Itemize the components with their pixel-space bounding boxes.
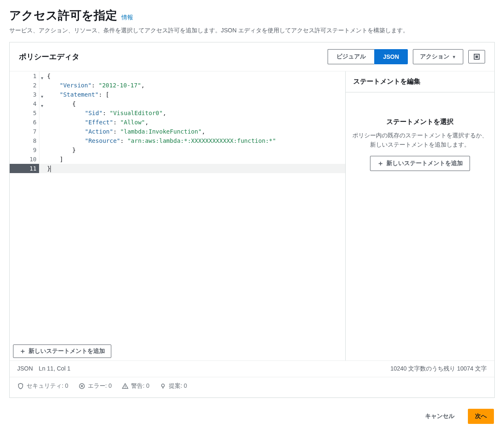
gutter: 10 [10, 155, 39, 164]
view-toggle-visual[interactable]: ビジュアル [328, 49, 374, 64]
code-line[interactable]: 2"Version": "2012-10-17", [10, 81, 345, 90]
actions-dropdown-label: アクション [420, 53, 449, 60]
fold-toggle-icon[interactable]: ▼ [41, 101, 43, 110]
code-line[interactable]: 8"Resource": "arn:aws:lambda:*:XXXXXXXXX… [10, 136, 345, 145]
chevron-down-icon: ▼ [452, 55, 456, 59]
add-statement-button-sidebar[interactable]: ＋ 新しいステートメントを追加 [370, 156, 470, 171]
code-editor[interactable]: 1▼{2"Version": "2012-10-17",3▼"Statement… [10, 71, 345, 360]
code-line[interactable]: 6"Effect": "Allow", [10, 118, 345, 127]
text-cursor [50, 166, 51, 172]
code-content[interactable]: "Action": "lambda:InvokeFunction", [39, 127, 345, 136]
plus-icon: ＋ [19, 348, 26, 354]
code-line[interactable]: 1▼{ [10, 71, 345, 81]
code-line[interactable]: 9} [10, 145, 345, 155]
actions-dropdown[interactable]: アクション ▼ [413, 49, 463, 64]
gutter: 4▼ [10, 99, 39, 108]
diag-warnings[interactable]: 警告: 0 [122, 382, 150, 390]
gutter: 7 [10, 127, 39, 136]
policy-editor-panel: ポリシーエディタ ビジュアル JSON アクション ▼ 1▼{2"Version… [9, 42, 495, 398]
code-content[interactable]: { [39, 71, 345, 81]
code-line[interactable]: 5"Sid": "VisualEditor0", [10, 108, 345, 118]
panel-title: ポリシーエディタ [19, 52, 79, 62]
code-content[interactable]: "Resource": "arn:aws:lambda:*:XXXXXXXXXX… [39, 136, 345, 145]
code-line[interactable]: 10] [10, 155, 345, 164]
code-line[interactable]: 3▼"Statement": [ [10, 90, 345, 99]
diag-suggestions[interactable]: 提案: 0 [160, 382, 187, 390]
code-content[interactable]: "Version": "2012-10-17", [39, 81, 345, 90]
code-content[interactable]: "Sid": "VisualEditor0", [39, 108, 345, 118]
error-icon [79, 383, 85, 389]
status-mode: JSON [17, 365, 33, 373]
gutter: 6 [10, 118, 39, 127]
add-statement-button-bottom[interactable]: ＋ 新しいステートメントを追加 [13, 344, 111, 358]
sidebar-empty-title: ステートメントを選択 [352, 118, 488, 126]
next-button[interactable]: 次へ [468, 409, 494, 424]
gutter: 9 [10, 145, 39, 155]
code-content[interactable]: } [39, 164, 345, 173]
gutter: 3▼ [10, 90, 39, 99]
warning-icon [122, 383, 129, 389]
svg-point-1 [125, 387, 126, 388]
page-title: アクセス許可を指定 [9, 8, 117, 24]
code-content[interactable]: "Statement": [ [39, 90, 345, 99]
panel-toggle-icon [474, 54, 480, 60]
add-statement-button-sidebar-label: 新しいステートメントを追加 [386, 160, 463, 167]
view-toggle: ビジュアル JSON [328, 49, 408, 64]
statement-sidebar: ステートメントを編集 ステートメントを選択 ポリシー内の既存のステートメントを選… [345, 71, 494, 360]
diag-security[interactable]: セキュリティ: 0 [17, 382, 68, 390]
code-line[interactable]: 11} [10, 164, 345, 173]
code-content[interactable]: { [39, 99, 345, 108]
view-toggle-json[interactable]: JSON [374, 49, 408, 64]
code-line[interactable]: 4▼{ [10, 99, 345, 108]
gutter: 1▼ [10, 71, 39, 81]
status-chars: 10240 文字数のうち残り 10074 文字 [390, 365, 487, 373]
code-content[interactable]: ] [39, 155, 345, 164]
gutter: 5 [10, 108, 39, 118]
plus-icon: ＋ [377, 160, 384, 166]
gutter: 2 [10, 81, 39, 90]
fold-toggle-icon[interactable]: ▼ [41, 92, 43, 101]
toggle-sidebar-button[interactable] [468, 50, 485, 63]
sidebar-empty-text: ポリシー内の既存のステートメントを選択するか、新しいステートメントを追加します。 [352, 131, 488, 149]
diag-errors[interactable]: エラー: 0 [79, 382, 112, 390]
code-line[interactable]: 7"Action": "lambda:InvokeFunction", [10, 127, 345, 136]
add-statement-button-bottom-label: 新しいステートメントを追加 [29, 347, 105, 355]
page-subtitle: サービス、アクション、リソース、条件を選択してアクセス許可を追加します。JSON… [9, 27, 495, 34]
shield-icon [17, 383, 24, 389]
status-cursor: Ln 11, Col 1 [39, 365, 71, 373]
gutter: 8 [10, 136, 39, 145]
cancel-button[interactable]: キャンセル [418, 409, 461, 423]
svg-point-2 [161, 384, 164, 387]
lightbulb-icon [160, 383, 166, 389]
fold-toggle-icon[interactable]: ▼ [41, 74, 43, 83]
code-content[interactable]: "Effect": "Allow", [39, 118, 345, 127]
gutter: 11 [10, 164, 39, 173]
sidebar-header: ステートメントを編集 [346, 71, 494, 92]
info-link[interactable]: 情報 [121, 14, 133, 21]
code-content[interactable]: } [39, 145, 345, 155]
